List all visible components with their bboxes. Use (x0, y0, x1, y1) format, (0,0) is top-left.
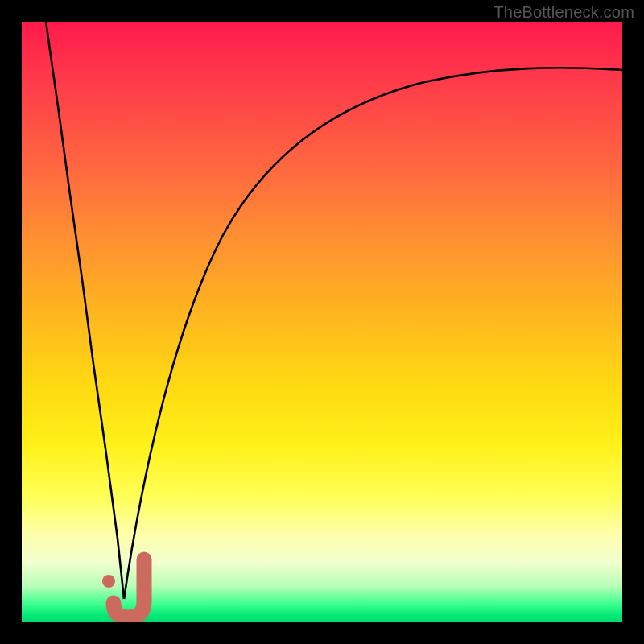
watermark-text: TheBottleneck.com (493, 3, 634, 22)
curve-left-branch (46, 22, 124, 599)
curve-right-branch (124, 68, 622, 599)
plot-area (22, 22, 622, 622)
marker-dot (102, 575, 115, 588)
chart-svg (22, 22, 622, 622)
outer-frame: TheBottleneck.com (0, 0, 644, 644)
